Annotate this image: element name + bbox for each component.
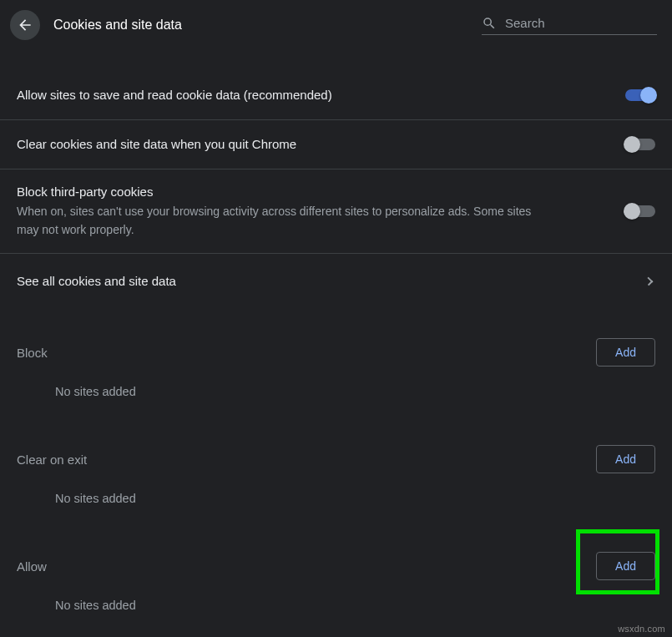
clear-on-exit-empty-message: No sites added — [0, 488, 672, 522]
allow-section-title: Allow — [17, 559, 583, 574]
block-third-party-label: Block third-party cookies — [17, 183, 612, 201]
block-add-button[interactable]: Add — [596, 338, 655, 367]
block-empty-message: No sites added — [0, 382, 672, 415]
row-block-third-party: Block third-party cookies When on, sites… — [0, 169, 672, 254]
clear-on-quit-toggle[interactable] — [625, 139, 655, 150]
block-third-party-toggle[interactable] — [625, 205, 655, 217]
page-title: Cookies and site data — [53, 18, 182, 33]
block-third-party-sublabel: When on, sites can't use your browsing a… — [17, 203, 551, 239]
row-allow-cookies: Allow sites to save and read cookie data… — [0, 70, 672, 120]
allow-cookies-toggle[interactable] — [625, 89, 655, 101]
back-button[interactable] — [10, 10, 40, 40]
arrow-left-icon — [17, 17, 33, 33]
section-block: Block Add No sites added — [0, 323, 672, 415]
search-field[interactable] — [482, 16, 657, 35]
watermark: wsxdn.com — [618, 624, 665, 634]
allow-cookies-label: Allow sites to save and read cookie data… — [17, 86, 612, 104]
allow-empty-message: No sites added — [0, 595, 672, 629]
settings-header: Cookies and site data — [0, 0, 672, 47]
chevron-right-icon — [644, 276, 654, 286]
section-allow: Allow Add No sites added — [0, 537, 672, 629]
block-section-title: Block — [17, 346, 583, 360]
see-all-cookies-label: See all cookies and site data — [17, 272, 632, 291]
clear-on-exit-section-title: Clear on exit — [17, 452, 583, 467]
clear-on-exit-add-button[interactable]: Add — [596, 445, 655, 473]
cookie-settings-group: Allow sites to save and read cookie data… — [0, 70, 672, 308]
row-clear-on-quit: Clear cookies and site data when you qui… — [0, 120, 672, 169]
clear-on-quit-label: Clear cookies and site data when you qui… — [17, 135, 612, 154]
section-clear-on-exit: Clear on exit Add No sites added — [0, 430, 672, 522]
search-input[interactable] — [505, 16, 657, 30]
search-icon — [482, 16, 497, 31]
allow-add-button[interactable]: Add — [596, 552, 655, 580]
row-see-all-cookies[interactable]: See all cookies and site data — [0, 254, 672, 309]
